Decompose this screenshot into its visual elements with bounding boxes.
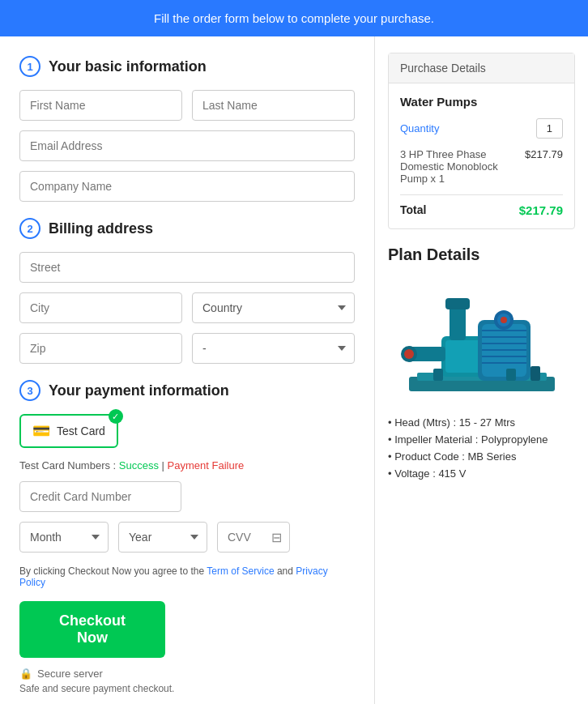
cc-number-row	[19, 481, 355, 512]
quantity-label: Quantity	[400, 122, 439, 134]
year-select[interactable]: Year 2024202520262027 202820292030	[118, 522, 207, 553]
plan-details-section: Plan Details	[388, 245, 575, 480]
terms-before: By clicking Checkout Now you agree to th…	[19, 565, 207, 577]
pipe-separator: |	[162, 459, 168, 471]
street-input[interactable]	[19, 252, 355, 283]
cvv-wrapper: ⊟	[217, 522, 290, 553]
checkout-button[interactable]: Checkout Now	[19, 601, 165, 658]
email-input[interactable]	[19, 130, 355, 161]
secure-info: 🔒 Secure server	[19, 668, 355, 680]
terms-middle: and	[277, 565, 296, 577]
company-name-input[interactable]	[19, 171, 355, 202]
svg-point-19	[501, 317, 507, 323]
success-link[interactable]: Success	[119, 459, 159, 471]
item-row: 3 HP Three Phase Domestic Monoblock Pump…	[400, 148, 563, 185]
section-3-title: Your payment information	[49, 382, 229, 399]
credit-card-icon: 💳	[32, 422, 50, 440]
terms-link[interactable]: Term of Service	[207, 565, 274, 577]
svg-rect-16	[445, 298, 470, 309]
payment-failure-link[interactable]: Payment Failure	[168, 459, 245, 471]
email-row	[19, 130, 355, 161]
plan-details-title: Plan Details	[388, 245, 575, 264]
section-2-title: Billing address	[49, 220, 153, 237]
terms-text: By clicking Checkout Now you agree to th…	[19, 565, 355, 588]
right-panel: Purchase Details Water Pumps Quantity 1 …	[375, 36, 588, 704]
quantity-value: 1	[536, 118, 563, 139]
purchase-details-header: Purchase Details	[389, 53, 574, 83]
payment-section: ✓ 💳 Test Card Test Card Numbers : Succes…	[19, 414, 355, 553]
section-1-title: Your basic information	[49, 58, 207, 75]
section-1-number: 1	[19, 56, 40, 77]
plan-feature-item: Product Code : MB Series	[388, 450, 575, 463]
first-name-input[interactable]	[19, 90, 182, 121]
basic-info-header: 1 Your basic information	[19, 56, 355, 77]
top-banner: Fill the order form below to complete yo…	[0, 0, 588, 36]
plan-feature-item: Impeller Material : Polypropylene	[388, 433, 575, 446]
lock-icon: 🔒	[19, 668, 32, 680]
state-select[interactable]: -	[192, 333, 355, 364]
zip-state-row: -	[19, 333, 355, 364]
safe-text: Safe and secure payment checkout.	[19, 683, 355, 694]
svg-rect-20	[433, 369, 443, 381]
card-check-icon: ✓	[109, 409, 123, 424]
section-3-number: 3	[19, 380, 40, 401]
country-select[interactable]: Country	[192, 292, 355, 323]
credit-card-input[interactable]	[19, 481, 181, 512]
total-row: Total $217.79	[400, 194, 563, 217]
city-country-row: Country	[19, 292, 355, 323]
item-description: 3 HP Three Phase Domestic Monoblock Pump…	[400, 148, 525, 185]
card-label: Test Card	[57, 425, 105, 437]
month-select[interactable]: Month 01020304 05060708 09101112	[19, 522, 109, 553]
purchase-details-body: Water Pumps Quantity 1 3 HP Three Phase …	[389, 83, 574, 228]
test-card-text: Test Card Numbers :	[19, 459, 116, 471]
item-price: $217.79	[525, 148, 563, 185]
plan-feature-item: Head (Mtrs) : 15 - 27 Mtrs	[388, 416, 575, 429]
payment-header: 3 Your payment information	[19, 380, 355, 401]
svg-rect-21	[506, 369, 516, 381]
purchase-details-box: Purchase Details Water Pumps Quantity 1 …	[388, 53, 575, 229]
svg-point-14	[404, 349, 414, 359]
quantity-row: Quantity 1	[400, 118, 563, 139]
banner-text: Fill the order form below to complete yo…	[154, 11, 434, 25]
plan-feature-item: Voltage : 415 V	[388, 467, 575, 480]
company-row	[19, 171, 355, 202]
test-card-info: Test Card Numbers : Success | Payment Fa…	[19, 459, 355, 471]
product-name: Water Pumps	[400, 95, 563, 109]
zip-input[interactable]	[19, 333, 182, 364]
cvv-icon: ⊟	[271, 530, 282, 545]
pump-image	[388, 275, 575, 405]
section-2-number: 2	[19, 218, 40, 239]
city-input[interactable]	[19, 292, 182, 323]
test-card-option[interactable]: ✓ 💳 Test Card	[19, 414, 118, 448]
secure-label: Secure server	[37, 668, 103, 680]
billing-header: 2 Billing address	[19, 218, 355, 239]
total-label: Total	[400, 203, 426, 217]
card-details-row: Month 01020304 05060708 09101112 Year 20…	[19, 522, 355, 553]
street-row	[19, 252, 355, 283]
name-row	[19, 90, 355, 121]
plan-features-list: Head (Mtrs) : 15 - 27 MtrsImpeller Mater…	[388, 416, 575, 480]
svg-rect-22	[530, 366, 540, 381]
last-name-input[interactable]	[192, 90, 355, 121]
total-price: $217.79	[519, 203, 563, 217]
